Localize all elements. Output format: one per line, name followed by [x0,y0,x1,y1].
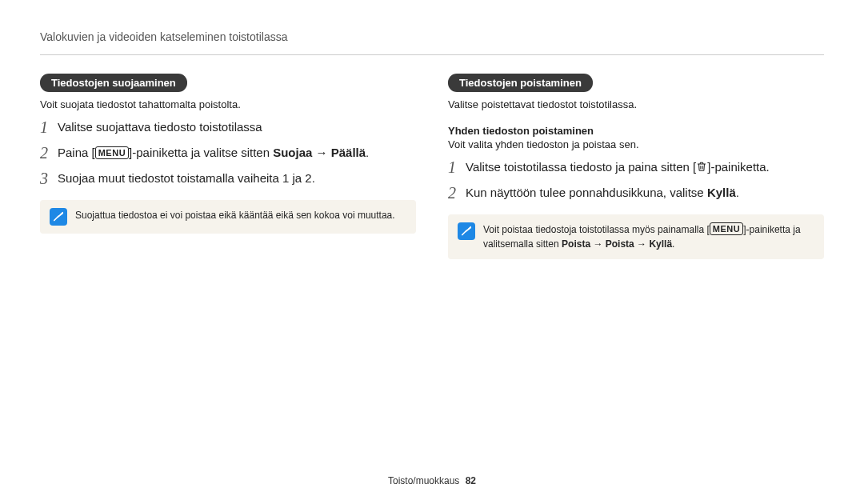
step-text: Suojaa muut tiedostot toistamalla vaihei… [58,170,315,186]
text-fragment: . [736,186,739,199]
bold-text: Poista [562,238,590,250]
menu-icon: MENU [95,146,129,159]
section-heading-delete: Tiedostojen poistaminen [448,74,593,92]
left-column: Tiedostojen suojaaminen Voit suojata tie… [40,74,416,259]
delete-one-lead: Voit valita yhden tiedoston ja poistaa s… [448,138,824,150]
protect-lead-text: Voit suojata tiedostot tahattomalta pois… [40,98,416,110]
delete-one-heading: Yhden tiedoston poistaminen [448,125,824,137]
text-fragment: Paina [ [58,146,95,159]
arrow: → [312,146,330,159]
step-number: 3 [40,170,58,187]
step-text: Valitse suojattava tiedosto toistotilass… [58,118,262,135]
info-icon [458,222,475,240]
info-note: Suojattua tiedostoa ei voi poistaa eikä … [40,200,416,234]
trash-icon [696,161,707,172]
bold-text: Poista [606,238,634,250]
protect-step-1: 1 Valitse suojattava tiedosto toistotila… [40,118,416,136]
protect-step-3: 3 Suojaa muut tiedostot toistamalla vaih… [40,170,416,187]
bold-text: Päällä [331,146,366,159]
page-footer: Toisto/muokkaus 82 [0,475,864,486]
delete-step-1: 1 Valitse toistotilassa tiedosto ja pain… [448,158,824,176]
text-fragment: ]-painiketta. [707,160,770,174]
step-text: Valitse toistotilassa tiedosto ja paina … [466,158,770,175]
page-header-title: Valokuvien ja videoiden katseleminen toi… [40,30,287,43]
step-number: 1 [40,118,58,136]
delete-step-2: 2 Kun näyttöön tulee ponnahdusikkuna, va… [448,184,824,202]
step-text: Paina [MENU]-painiketta ja valitse sitte… [58,144,369,161]
right-column: Tiedostojen poistaminen Valitse poistett… [448,74,824,259]
text-fragment: Valitse toistotilassa tiedosto ja paina … [466,160,696,174]
menu-icon: MENU [710,222,743,235]
bold-text: Kyllä [649,238,672,250]
text-fragment: Voit poistaa tiedostoja toistotilassa my… [483,224,710,235]
text-fragment: . [672,238,674,250]
delete-lead-text: Valitse poistettavat tiedostot toistotil… [448,98,824,110]
content-columns: Tiedostojen suojaaminen Voit suojata tie… [40,74,824,259]
text-fragment: Kun näyttöön tulee ponnahdusikkuna, vali… [466,186,707,199]
page: Valokuvien ja videoiden katseleminen toi… [0,0,864,504]
protect-step-2: 2 Paina [MENU]-painiketta ja valitse sit… [40,144,416,162]
note-text: Suojattua tiedostoa ei voi poistaa eikä … [75,208,395,222]
info-icon [50,208,67,226]
bold-text: Kyllä [707,186,736,199]
step-number: 1 [448,158,466,176]
arrow: → [634,238,650,250]
section-heading-protect: Tiedostojen suojaaminen [40,74,187,92]
footer-page-number: 82 [466,475,476,486]
arrow: → [590,238,606,250]
step-number: 2 [448,184,466,202]
text-fragment: ]-painiketta ja valitse sitten [129,146,273,159]
header-rule [40,54,824,55]
step-number: 2 [40,144,58,162]
info-note: Voit poistaa tiedostoja toistotilassa my… [448,214,824,259]
step-text: Kun näyttöön tulee ponnahdusikkuna, vali… [466,184,739,201]
note-text: Voit poistaa tiedostoja toistotilassa my… [483,222,814,251]
footer-section: Toisto/muokkaus [388,475,459,486]
text-fragment: . [366,146,369,159]
bold-text: Suojaa [273,146,312,159]
